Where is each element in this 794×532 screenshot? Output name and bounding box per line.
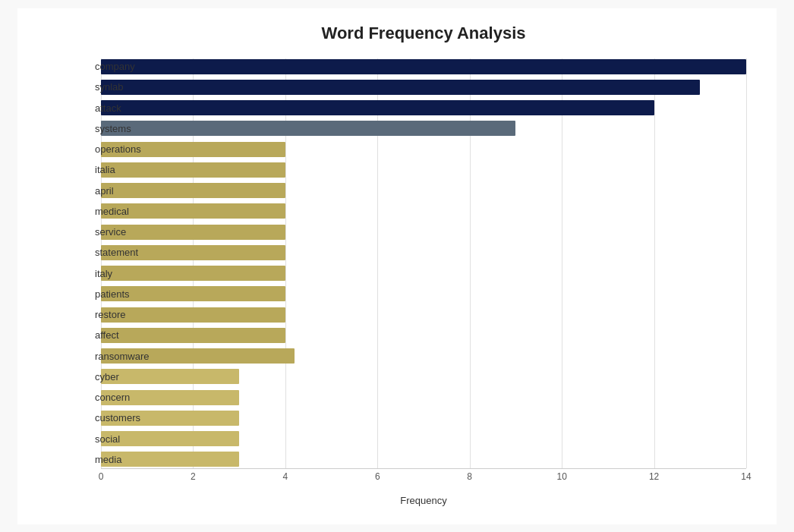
bars-wrapper: companysynlabattacksystemsoperationsital… xyxy=(101,58,746,468)
x-tick-label: 10 xyxy=(556,471,566,482)
bar-fill xyxy=(101,59,746,74)
bar-row: ransomware xyxy=(101,348,746,364)
bar-row: italy xyxy=(101,265,746,282)
bar-row: service xyxy=(101,224,746,241)
bar-fill xyxy=(101,162,285,178)
x-tick-label: 12 xyxy=(649,471,659,482)
bar-row: patients xyxy=(101,285,746,302)
grid-line xyxy=(746,58,747,468)
x-tick-label: 4 xyxy=(283,471,288,482)
bar-row: operations xyxy=(101,141,746,158)
chart-container: Word Frequency Analysis companysynlabatt… xyxy=(17,8,777,524)
bar-fill xyxy=(101,121,515,136)
bar-row: media xyxy=(101,451,746,467)
bar-fill xyxy=(101,328,285,343)
bar-row: social xyxy=(101,430,746,447)
x-tick-label: 6 xyxy=(375,471,380,482)
chart-title: Word Frequency Analysis xyxy=(101,24,746,43)
bar-fill xyxy=(101,100,654,115)
bar-row: april xyxy=(101,182,746,199)
bar-row: statement xyxy=(101,244,746,261)
x-tick-label: 0 xyxy=(99,471,104,482)
bar-row: systems xyxy=(101,120,746,137)
x-tick-label: 14 xyxy=(741,471,751,482)
x-tick-label: 8 xyxy=(467,471,472,482)
bar-fill xyxy=(101,183,285,198)
x-axis-line xyxy=(101,468,746,469)
bar-fill xyxy=(101,307,285,323)
x-axis: 02468101214Frequency xyxy=(101,468,746,506)
bar-row: restore xyxy=(101,307,746,323)
bar-fill xyxy=(101,266,285,281)
bar-row: medical xyxy=(101,203,746,219)
x-axis-label: Frequency xyxy=(400,495,446,506)
bar-fill xyxy=(101,452,239,467)
bar-fill xyxy=(101,80,700,95)
bar-row: company xyxy=(101,58,746,75)
bar-fill xyxy=(101,225,285,240)
bar-row: cyber xyxy=(101,368,746,385)
bar-row: customers xyxy=(101,410,746,427)
bar-row: attack xyxy=(101,99,746,116)
bar-row: synlab xyxy=(101,79,746,96)
x-tick-label: 2 xyxy=(191,471,196,482)
bar-fill xyxy=(101,369,239,384)
chart-area: companysynlabattacksystemsoperationsital… xyxy=(101,58,746,506)
bar-fill xyxy=(101,431,239,446)
bar-row: italia xyxy=(101,162,746,178)
bar-row: concern xyxy=(101,389,746,406)
bar-row: affect xyxy=(101,327,746,344)
